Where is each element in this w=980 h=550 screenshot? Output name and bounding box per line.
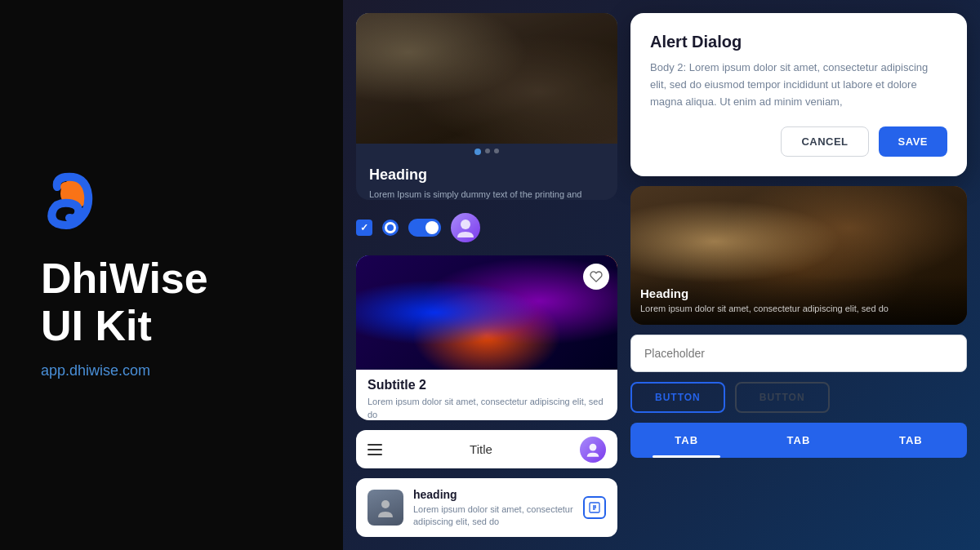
- alert-dialog: Alert Dialog Body 2: Lorem ipsum dolor s…: [630, 13, 967, 176]
- brand-logo: [41, 171, 106, 236]
- svg-point-4: [381, 500, 390, 508]
- hamburger-line-2: [368, 449, 382, 450]
- checkbox-control[interactable]: [356, 220, 372, 236]
- placeholder-input[interactable]: [630, 335, 967, 372]
- image-card-bottom: Heading Lorem ipsum dolor sit amet, cons…: [630, 186, 967, 325]
- list-card-text: heading Lorem ipsum dolor sit amet, cons…: [413, 488, 573, 527]
- brand-title: DhiWise UI Kit: [41, 255, 302, 348]
- dot-1: [474, 149, 481, 155]
- image-overlay-text: Heading Lorem ipsum dolor sit amet, cons…: [630, 277, 967, 325]
- app-bar: Title: [356, 430, 617, 469]
- colorful-image: [356, 255, 617, 370]
- checkbox-checked[interactable]: [356, 220, 372, 236]
- dialog-body: Body 2: Lorem ipsum dolor sit amet, cons…: [650, 60, 947, 110]
- tab-2[interactable]: TAB: [742, 423, 854, 458]
- list-card-heading: heading: [413, 488, 573, 501]
- dialog-buttons: CANCEL SAVE: [650, 126, 947, 157]
- middle-column: Heading Lorem Ipsum is simply dummy text…: [356, 13, 617, 537]
- cancel-button[interactable]: CANCEL: [781, 126, 868, 157]
- card-text-area: Heading Lorem Ipsum is simply dummy text…: [356, 157, 617, 200]
- hamburger-menu[interactable]: [368, 444, 382, 455]
- card-body: Lorem Ipsum is simply dummy text of the …: [369, 189, 604, 200]
- image-card-body: Lorem ipsum dolor sit amet, consectetur …: [640, 303, 957, 315]
- user-avatar: [451, 213, 480, 242]
- svg-point-2: [461, 220, 470, 229]
- image-heading-card: Heading Lorem Ipsum is simply dummy text…: [356, 13, 617, 200]
- list-card-body: Lorem ipsum dolor sit amet, consectetur …: [413, 503, 573, 527]
- save-button[interactable]: SAVE: [879, 126, 947, 157]
- dialog-title: Alert Dialog: [650, 33, 947, 51]
- controls-row: [356, 210, 617, 246]
- list-card-action-icon[interactable]: [583, 496, 606, 519]
- tab-bar: TAB TAB TAB: [630, 423, 967, 458]
- card-image: [356, 13, 617, 144]
- svg-point-1: [60, 182, 70, 192]
- tab-3[interactable]: TAB: [855, 423, 967, 458]
- subtitle-body: Lorem ipsum dolor sit amet, consectetur …: [368, 396, 606, 420]
- toggle-control[interactable]: [408, 219, 441, 237]
- appbar-avatar[interactable]: [580, 437, 606, 463]
- svg-point-3: [590, 443, 597, 450]
- primary-button[interactable]: BUTTON: [630, 382, 725, 413]
- radio-selected[interactable]: [382, 220, 399, 236]
- image-card-heading: Heading: [640, 286, 957, 300]
- right-panel: Heading Lorem Ipsum is simply dummy text…: [343, 0, 980, 550]
- subtitle-card-body: Subtitle 2 Lorem ipsum dolor sit amet, c…: [356, 370, 617, 420]
- input-container: [630, 335, 967, 372]
- toggle-on[interactable]: [408, 219, 441, 237]
- hamburger-line-3: [368, 454, 382, 455]
- dots-indicator: [356, 144, 617, 157]
- dot-3: [494, 149, 499, 153]
- avatar-control: [451, 213, 480, 242]
- tab-1[interactable]: TAB: [630, 423, 742, 458]
- subtitle-heading: Subtitle 2: [368, 378, 606, 393]
- list-card: heading Lorem ipsum dolor sit amet, cons…: [356, 478, 617, 537]
- heart-button[interactable]: [583, 264, 609, 290]
- right-column: Alert Dialog Body 2: Lorem ipsum dolor s…: [630, 13, 967, 537]
- dot-2: [485, 149, 490, 153]
- secondary-button[interactable]: BUTTON: [735, 382, 830, 413]
- buttons-row: BUTTON BUTTON: [630, 382, 967, 413]
- card-heading: Heading: [369, 166, 604, 184]
- list-card-avatar: [368, 490, 403, 526]
- brand-url[interactable]: app.dhiwise.com: [41, 362, 302, 379]
- hamburger-line-1: [368, 444, 382, 446]
- radio-control[interactable]: [382, 220, 399, 236]
- appbar-title: Title: [470, 442, 492, 456]
- left-panel: DhiWise UI Kit app.dhiwise.com: [0, 0, 343, 550]
- subtitle-card: Subtitle 2 Lorem ipsum dolor sit amet, c…: [356, 255, 617, 420]
